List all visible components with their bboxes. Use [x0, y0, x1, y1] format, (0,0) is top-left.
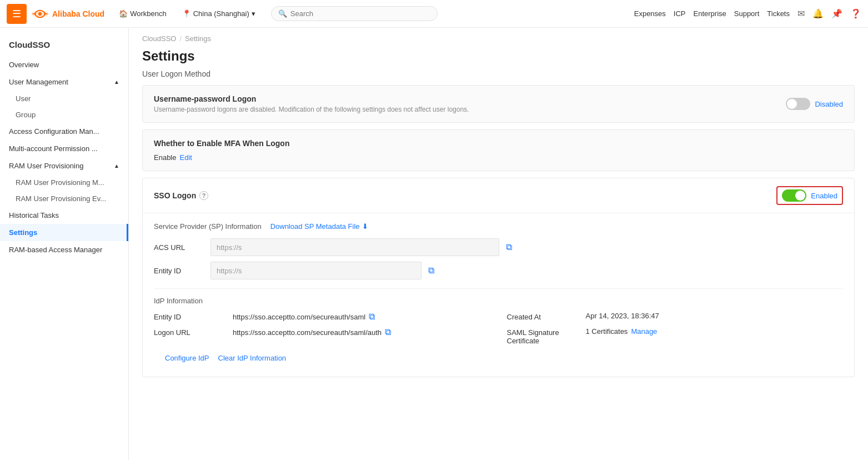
logo-area: Alibaba Cloud: [31, 8, 104, 20]
app-layout: CloudSSO Overview User Management ▲ User…: [0, 28, 868, 460]
mfa-title: Whether to Enable MFA When Logon: [154, 139, 843, 148]
idp-entity-id-value: https://sso.acceptto.com/secureauth/saml…: [233, 312, 375, 322]
sso-body: Service Provider (SP) Information Downlo…: [143, 213, 854, 377]
idp-section: IdP Information Entity ID https://sso.ac…: [154, 288, 843, 345]
sidebar-item-group[interactable]: Group: [0, 107, 128, 123]
idp-section-title: IdP Information: [154, 297, 843, 305]
help-icon[interactable]: ❓: [850, 8, 861, 19]
hamburger-icon: ☰: [12, 8, 21, 20]
sso-help-icon[interactable]: ?: [199, 191, 208, 200]
entity-id-label: Entity ID: [154, 267, 204, 275]
download-label: Download SP Metadata File: [270, 222, 360, 231]
idp-created-at-value: Apr 14, 2023, 18:36:47: [586, 312, 659, 320]
idp-created-at-label: Created At: [507, 312, 579, 321]
idp-grid: Entity ID https://sso.acceptto.com/secur…: [154, 312, 843, 345]
sso-title: SSO Logon ?: [154, 191, 208, 200]
page-title: Settings: [129, 43, 868, 67]
search-box[interactable]: 🔍: [271, 6, 438, 21]
sidebar-item-multi-account[interactable]: Multi-account Permission ...: [0, 140, 128, 157]
breadcrumb: CloudSSO / Settings: [129, 28, 868, 43]
footer-links: Configure IdP Clear IdP Information: [154, 345, 843, 368]
breadcrumb-settings: Settings: [185, 34, 211, 43]
search-icon: 🔍: [278, 9, 287, 18]
clear-idp-link[interactable]: Clear IdP Information: [218, 354, 287, 362]
sso-card: SSO Logon ? Enabled Service Provider (SP…: [142, 178, 855, 377]
card-description: Username-password logons are disabled. M…: [154, 106, 469, 113]
acs-url-value: https://s: [210, 238, 499, 256]
sp-header: Service Provider (SP) Information Downlo…: [154, 222, 843, 231]
icp-link[interactable]: ICP: [674, 9, 686, 18]
mfa-body: Enable Edit: [154, 153, 843, 162]
sso-toggle[interactable]: [782, 189, 806, 202]
entity-id-row: Entity ID https://s ⧉: [154, 262, 843, 279]
idp-logon-url-row: Logon URL https://sso.acceptto.com/secur…: [154, 327, 490, 345]
alibaba-cloud-logo: [31, 8, 49, 20]
idp-saml-cert-value: 1 Certificates Manage: [586, 327, 658, 336]
nav-right-area: Expenses ICP Enterprise Support Tickets …: [634, 8, 861, 19]
sidebar-title: CloudSSO: [0, 34, 128, 56]
svg-point-1: [38, 12, 42, 15]
sidebar-item-user[interactable]: User: [0, 91, 128, 107]
idp-entity-id-label: Entity ID: [154, 312, 226, 321]
mfa-enable-row: Enable Edit: [154, 153, 843, 162]
chevron-up-icon: ▲: [114, 79, 119, 85]
mfa-card: Whether to Enable MFA When Logon Enable …: [142, 129, 855, 171]
acs-url-row: ACS URL https://s ⧉: [154, 238, 843, 256]
sidebar-item-settings[interactable]: Settings: [0, 224, 128, 241]
sso-toggle-label: Enabled: [811, 192, 837, 200]
mfa-edit-link[interactable]: Edit: [179, 153, 192, 162]
idp-logon-url-value: https://sso.acceptto.com/secureauth/saml…: [233, 327, 391, 337]
username-password-card: Username-password Logon Username-passwor…: [142, 85, 855, 123]
bell-icon[interactable]: 🔔: [812, 8, 824, 19]
manage-certificates-link[interactable]: Manage: [631, 327, 657, 336]
location-nav-icon[interactable]: 📌: [831, 8, 842, 19]
chevron-up-icon-2: ▲: [114, 163, 119, 169]
card-header: Username-password Logon Username-passwor…: [154, 94, 843, 113]
idp-entity-copy-button[interactable]: ⧉: [369, 312, 375, 322]
sidebar-item-access-config[interactable]: Access Configuration Man...: [0, 123, 128, 140]
enterprise-link[interactable]: Enterprise: [694, 9, 726, 18]
entity-id-value: https://s: [210, 262, 422, 279]
breadcrumb-cloudsso[interactable]: CloudSSO: [142, 34, 176, 43]
sidebar-section-ram-provisioning[interactable]: RAM User Provisioning ▲: [0, 157, 128, 174]
region-selector[interactable]: 📍 China (Shanghai) ▾: [177, 6, 261, 21]
sidebar-item-ram-access-manager[interactable]: RAM-based Access Manager: [0, 241, 128, 258]
toggle-label-disabled: Disabled: [815, 100, 843, 108]
support-link[interactable]: Support: [734, 9, 760, 18]
search-input[interactable]: [290, 9, 430, 18]
sidebar-item-overview[interactable]: Overview: [0, 56, 128, 73]
username-password-toggle[interactable]: [786, 98, 810, 110]
home-icon: 🏠: [119, 9, 128, 18]
idp-logon-url-label: Logon URL: [154, 327, 226, 337]
top-navigation: ☰ Alibaba Cloud 🏠 Workbench 📍 China (Sha…: [0, 0, 868, 28]
idp-saml-cert-row: SAML SignatureCertificate 1 Certificates…: [507, 327, 844, 345]
configure-idp-link[interactable]: Configure IdP: [165, 354, 209, 362]
hamburger-button[interactable]: ☰: [7, 4, 27, 24]
sidebar: CloudSSO Overview User Management ▲ User…: [0, 28, 129, 460]
idp-created-at-row: Created At Apr 14, 2023, 18:36:47: [507, 312, 844, 322]
user-logon-method-label: User Logon Method: [129, 67, 868, 85]
chevron-down-icon: ▾: [252, 9, 255, 18]
sidebar-item-ram-provisioning-ev[interactable]: RAM User Provisioning Ev...: [0, 191, 128, 207]
tickets-link[interactable]: Tickets: [767, 9, 790, 18]
sso-header: SSO Logon ? Enabled: [143, 178, 854, 213]
idp-entity-id-row: Entity ID https://sso.acceptto.com/secur…: [154, 312, 490, 322]
toggle-area: Disabled: [786, 98, 843, 110]
card-title: Username-password Logon: [154, 94, 469, 103]
expenses-link[interactable]: Expenses: [634, 9, 666, 18]
logo-text: Alibaba Cloud: [52, 9, 104, 18]
sidebar-item-ram-provisioning-m[interactable]: RAM User Provisioning M...: [0, 174, 128, 191]
workbench-button[interactable]: 🏠 Workbench: [113, 6, 172, 21]
mail-icon[interactable]: ✉: [797, 8, 805, 19]
idp-logon-copy-button[interactable]: ⧉: [385, 327, 391, 337]
sidebar-item-historical-tasks[interactable]: Historical Tasks: [0, 207, 128, 224]
acs-url-copy-button[interactable]: ⧉: [506, 242, 512, 252]
download-icon: ⬇: [362, 222, 368, 231]
idp-saml-cert-label: SAML SignatureCertificate: [507, 327, 579, 345]
entity-id-copy-button[interactable]: ⧉: [428, 266, 434, 276]
sidebar-section-user-management[interactable]: User Management ▲: [0, 73, 128, 91]
location-icon: 📍: [182, 9, 191, 18]
download-sp-metadata-link[interactable]: Download SP Metadata File ⬇: [270, 222, 368, 231]
acs-url-label: ACS URL: [154, 243, 204, 252]
card-info: Username-password Logon Username-passwor…: [154, 94, 469, 113]
